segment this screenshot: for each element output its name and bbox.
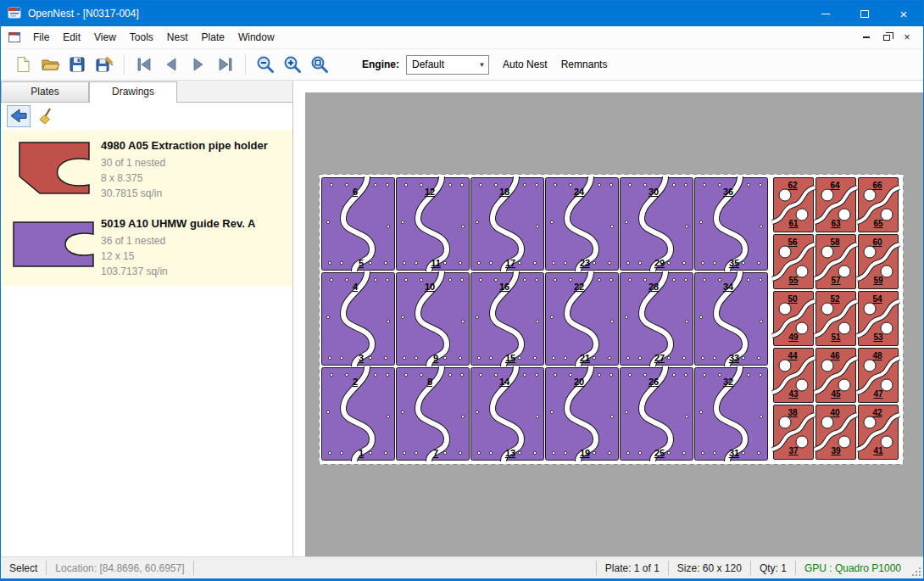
last-plate-button[interactable] [212, 51, 239, 78]
next-plate-button[interactable] [185, 51, 212, 78]
purple-part-pair[interactable]: 43 [322, 271, 395, 366]
svg-text:25: 25 [654, 448, 665, 458]
menu-view[interactable]: View [87, 27, 123, 47]
red-part-pair[interactable]: 6059 [857, 235, 899, 289]
save-icon [68, 55, 86, 74]
red-part-pair[interactable]: 4645 [815, 349, 857, 403]
nest-canvas[interactable]: 6512111817242330293635431091615222128273… [319, 174, 904, 465]
panel-splitter[interactable] [293, 81, 305, 556]
purple-part-pair[interactable]: 87 [397, 366, 470, 461]
engine-selected-value: Default [412, 59, 444, 70]
red-part-pair[interactable]: 6665 [857, 178, 899, 232]
red-part-pair[interactable]: 6261 [772, 178, 815, 232]
list-item-uhmw-guide[interactable]: 5019 A10 UHMW guide Rev. A 36 of 1 neste… [1, 208, 292, 286]
mdi-close-button[interactable]: × [899, 31, 915, 44]
return-part-button[interactable] [7, 105, 31, 127]
svg-text:27: 27 [654, 353, 665, 363]
purple-part-pair[interactable]: 2019 [546, 366, 619, 461]
mdi-close-icon: × [904, 31, 910, 43]
zoom-in-button[interactable] [279, 51, 306, 78]
maximize-button[interactable] [845, 1, 884, 26]
svg-text:7: 7 [433, 448, 438, 458]
purple-part-pair[interactable]: 3433 [695, 271, 768, 366]
zoom-out-icon [256, 55, 275, 74]
purple-part-pair[interactable]: 21 [322, 366, 395, 461]
menu-file[interactable]: File [26, 27, 56, 47]
save-as-button[interactable] [91, 51, 118, 78]
document-window-icon[interactable] [6, 30, 23, 45]
part-size: 8 x 8.375 [101, 170, 268, 186]
close-button[interactable]: × [884, 1, 923, 26]
svg-text:46: 46 [830, 351, 840, 360]
mdi-restore-icon [883, 35, 890, 41]
purple-part-pair[interactable]: 2423 [546, 176, 619, 271]
new-file-icon [14, 55, 32, 74]
list-item-extraction-pipe-holder[interactable]: 4980 A05 Extraction pipe holder 30 of 1 … [1, 130, 292, 208]
tab-plates[interactable]: Plates [1, 81, 89, 102]
svg-text:17: 17 [505, 258, 515, 268]
purple-part-pair[interactable]: 1211 [397, 176, 470, 271]
svg-text:11: 11 [431, 258, 441, 268]
remnants-button[interactable]: Remnants [561, 59, 608, 70]
svg-text:14: 14 [499, 377, 510, 387]
previous-plate-button[interactable] [158, 51, 185, 78]
purple-part-pair[interactable]: 3231 [695, 366, 768, 461]
red-part-pair[interactable]: 4039 [815, 405, 857, 460]
app-icon [8, 6, 21, 22]
open-button[interactable] [36, 51, 64, 78]
engine-select[interactable]: Default ▼ [406, 55, 489, 75]
red-part-pair[interactable]: 3837 [772, 405, 815, 460]
mdi-minimize-button[interactable] [859, 31, 874, 44]
red-part-pair[interactable]: 4847 [857, 349, 899, 403]
red-part-pair[interactable]: 4241 [857, 405, 899, 460]
red-part-pair[interactable]: 5453 [857, 292, 899, 346]
svg-text:2: 2 [353, 377, 358, 387]
red-part-pair[interactable]: 5251 [815, 292, 857, 346]
drawings-toolbar [1, 103, 292, 130]
purple-part-pair[interactable]: 2625 [621, 366, 693, 461]
status-bar: Select Location: [84.8696, 60.6957] Plat… [1, 556, 923, 578]
zoom-out-button[interactable] [252, 51, 279, 78]
nest-viewport[interactable]: 6512111817242330293635431091615222128273… [305, 81, 923, 556]
menu-nest[interactable]: Nest [160, 27, 195, 47]
svg-text:37: 37 [788, 446, 799, 455]
purple-part-pair[interactable]: 3029 [621, 176, 693, 271]
chevron-down-icon: ▼ [476, 61, 488, 69]
purple-part-pair[interactable]: 109 [397, 271, 470, 366]
first-plate-button[interactable] [131, 51, 158, 78]
zoom-fit-button[interactable] [306, 51, 333, 78]
purple-part-pair[interactable]: 1413 [471, 366, 544, 461]
tab-drawings[interactable]: Drawings [89, 81, 177, 103]
new-file-button[interactable] [9, 51, 36, 78]
svg-text:42: 42 [872, 408, 882, 417]
purple-part-pair[interactable]: 2221 [546, 271, 619, 366]
svg-text:50: 50 [788, 294, 798, 304]
menu-edit[interactable]: Edit [56, 27, 87, 47]
menu-bar: File Edit View Tools Nest Plate Window × [1, 26, 923, 48]
purple-part-pair[interactable]: 65 [322, 176, 395, 271]
purple-part-pair[interactable]: 2827 [621, 271, 693, 366]
menu-plate[interactable]: Plate [195, 27, 231, 47]
menu-window[interactable]: Window [231, 27, 281, 47]
svg-text:10: 10 [425, 282, 435, 292]
minimize-button[interactable] [806, 1, 845, 26]
mdi-restore-button[interactable] [879, 31, 894, 44]
purple-part-pair[interactable]: 3635 [695, 176, 768, 271]
resize-grip-icon[interactable] [910, 557, 923, 578]
clean-drawings-button[interactable] [36, 105, 59, 127]
blue-back-arrow-icon [8, 107, 29, 126]
red-part-pair[interactable]: 6463 [815, 178, 857, 232]
svg-text:55: 55 [788, 276, 799, 285]
menu-tools[interactable]: Tools [123, 27, 160, 47]
save-as-icon [95, 55, 114, 74]
red-part-pair[interactable]: 5049 [772, 292, 815, 346]
auto-nest-button[interactable]: Auto Nest [503, 59, 548, 70]
titlebar: OpenNest - [N0317-004] × [1, 1, 923, 26]
purple-part-pair[interactable]: 1817 [471, 176, 544, 271]
red-part-pair[interactable]: 4443 [772, 349, 815, 403]
save-button[interactable] [64, 51, 91, 78]
svg-text:34: 34 [723, 282, 734, 292]
purple-part-pair[interactable]: 1615 [471, 271, 544, 366]
red-part-pair[interactable]: 5655 [772, 235, 815, 289]
red-part-pair[interactable]: 5857 [815, 235, 857, 289]
